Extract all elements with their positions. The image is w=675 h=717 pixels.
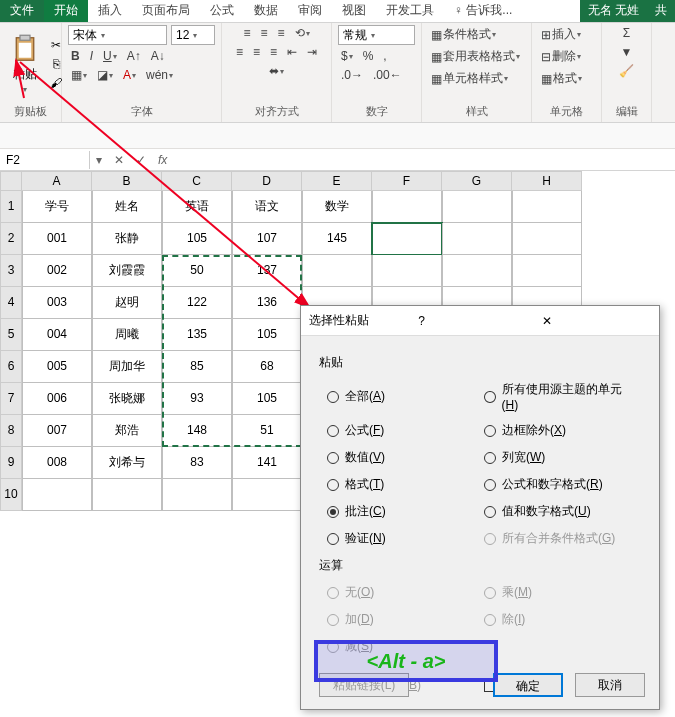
tab-home[interactable]: 开始 — [44, 0, 88, 22]
underline-button[interactable]: U▾ — [100, 48, 120, 64]
cell[interactable]: 141 — [232, 447, 302, 479]
align-top-button[interactable]: ≡ — [240, 25, 253, 41]
cell[interactable]: 003 — [22, 287, 92, 319]
row-header[interactable]: 2 — [0, 223, 22, 255]
close-icon[interactable]: ✕ — [542, 314, 651, 328]
fill-button[interactable]: ▼ — [618, 44, 636, 60]
tab-data[interactable]: 数据 — [244, 0, 288, 22]
clear-button[interactable]: 🧹 — [616, 63, 637, 79]
cancel-formula-icon[interactable]: ✕ — [108, 153, 130, 167]
row-header[interactable]: 4 — [0, 287, 22, 319]
dec-decimal-button[interactable]: .00← — [370, 67, 405, 83]
italic-button[interactable]: I — [87, 48, 96, 64]
name-box[interactable]: F2 — [0, 151, 90, 169]
paste-option-U[interactable]: 值和数字格式(U) — [484, 503, 633, 520]
autosum-button[interactable]: Σ — [620, 25, 633, 41]
row-header[interactable]: 7 — [0, 383, 22, 415]
cell[interactable]: 148 — [162, 415, 232, 447]
indent-inc-button[interactable]: ⇥ — [304, 44, 320, 60]
tab-layout[interactable]: 页面布局 — [132, 0, 200, 22]
insert-cells-button[interactable]: ⊞ 插入▾ — [538, 25, 584, 44]
cell[interactable]: 学号 — [22, 191, 92, 223]
paste-option-R[interactable]: 公式和数字格式(R) — [484, 476, 633, 493]
cell[interactable]: 007 — [22, 415, 92, 447]
cell[interactable] — [442, 223, 512, 255]
cond-format-button[interactable]: ▦ 条件格式▾ — [428, 25, 499, 44]
col-header-E[interactable]: E — [302, 171, 372, 191]
cell[interactable]: 周曦 — [92, 319, 162, 351]
cell[interactable] — [512, 191, 582, 223]
paste-option-W[interactable]: 列宽(W) — [484, 449, 633, 466]
cell[interactable]: 刘希与 — [92, 447, 162, 479]
align-left-button[interactable]: ≡ — [233, 44, 246, 60]
cell[interactable]: 83 — [162, 447, 232, 479]
col-header-F[interactable]: F — [372, 171, 442, 191]
align-bot-button[interactable]: ≡ — [275, 25, 288, 41]
tab-review[interactable]: 审阅 — [288, 0, 332, 22]
cell[interactable]: 005 — [22, 351, 92, 383]
cell[interactable] — [92, 479, 162, 511]
col-header-H[interactable]: H — [512, 171, 582, 191]
align-mid-button[interactable]: ≡ — [257, 25, 270, 41]
select-all-corner[interactable] — [0, 171, 22, 191]
orientation-button[interactable]: ⟲▾ — [292, 25, 313, 41]
cell[interactable]: 85 — [162, 351, 232, 383]
increase-font-button[interactable]: A↑ — [124, 48, 144, 64]
cell-style-button[interactable]: ▦ 单元格样式▾ — [428, 69, 511, 88]
paste-option-A[interactable]: 全部(A) — [327, 381, 476, 412]
phonetic-button[interactable]: wén▾ — [143, 67, 176, 83]
cell[interactable]: 145 — [302, 223, 372, 255]
cell[interactable]: 93 — [162, 383, 232, 415]
comma-button[interactable]: , — [380, 48, 389, 64]
cell[interactable] — [442, 255, 512, 287]
cell[interactable]: 105 — [232, 319, 302, 351]
tab-dev[interactable]: 开发工具 — [376, 0, 444, 22]
cancel-button[interactable]: 取消 — [575, 673, 645, 697]
share-button[interactable]: 共 — [647, 0, 675, 22]
fx-icon[interactable]: fx — [152, 153, 173, 167]
paste-button[interactable]: 粘贴▾ — [6, 32, 44, 96]
tab-file[interactable]: 文件 — [0, 0, 44, 22]
row-header[interactable]: 5 — [0, 319, 22, 351]
font-color-button[interactable]: A▾ — [120, 67, 139, 83]
cell[interactable]: 006 — [22, 383, 92, 415]
paste-option-X[interactable]: 边框除外(X) — [484, 422, 633, 439]
cell[interactable]: 张晓娜 — [92, 383, 162, 415]
row-header[interactable]: 9 — [0, 447, 22, 479]
format-cells-button[interactable]: ▦ 格式▾ — [538, 69, 585, 88]
help-icon[interactable]: ? — [418, 314, 527, 328]
cell[interactable]: 周加华 — [92, 351, 162, 383]
col-header-D[interactable]: D — [232, 171, 302, 191]
align-right-button[interactable]: ≡ — [267, 44, 280, 60]
cell[interactable]: 语文 — [232, 191, 302, 223]
tab-view[interactable]: 视图 — [332, 0, 376, 22]
cell[interactable]: 105 — [232, 383, 302, 415]
paste-option-C[interactable]: 批注(C) — [327, 503, 476, 520]
cell[interactable]: 赵明 — [92, 287, 162, 319]
align-center-button[interactable]: ≡ — [250, 44, 263, 60]
cell[interactable]: 002 — [22, 255, 92, 287]
currency-button[interactable]: $▾ — [338, 48, 356, 64]
row-header[interactable]: 1 — [0, 191, 22, 223]
cell[interactable]: 122 — [162, 287, 232, 319]
cell[interactable] — [372, 191, 442, 223]
cell[interactable] — [22, 479, 92, 511]
cell[interactable] — [372, 223, 442, 255]
cell[interactable]: 英语 — [162, 191, 232, 223]
cell[interactable] — [512, 255, 582, 287]
cell[interactable]: 001 — [22, 223, 92, 255]
cell[interactable]: 数学 — [302, 191, 372, 223]
decrease-font-button[interactable]: A↓ — [148, 48, 168, 64]
tab-formula[interactable]: 公式 — [200, 0, 244, 22]
percent-button[interactable]: % — [360, 48, 377, 64]
col-header-A[interactable]: A — [22, 171, 92, 191]
col-header-C[interactable]: C — [162, 171, 232, 191]
cell[interactable] — [302, 255, 372, 287]
paste-option-H[interactable]: 所有使用源主题的单元(H) — [484, 381, 633, 412]
row-header[interactable]: 6 — [0, 351, 22, 383]
cell[interactable]: 004 — [22, 319, 92, 351]
tab-insert[interactable]: 插入 — [88, 0, 132, 22]
paste-option-T[interactable]: 格式(T) — [327, 476, 476, 493]
inc-decimal-button[interactable]: .0→ — [338, 67, 366, 83]
fill-color-button[interactable]: ◪▾ — [94, 67, 116, 83]
